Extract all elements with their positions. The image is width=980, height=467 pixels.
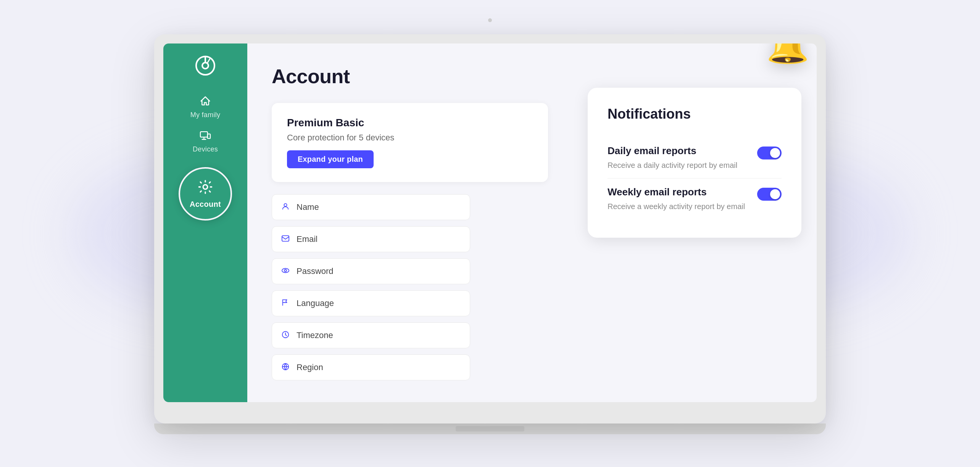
camera-dot <box>488 18 492 22</box>
clock-icon <box>281 330 290 340</box>
email-icon <box>281 234 290 244</box>
plan-card: Premium Basic Core protection for 5 devi… <box>272 103 548 182</box>
svg-rect-5 <box>208 134 210 138</box>
sidebar-item-devices[interactable]: Devices <box>163 125 247 159</box>
expand-plan-button[interactable]: Expand your plan <box>287 150 374 168</box>
sidebar-item-label-my-family: My family <box>190 111 221 119</box>
app-logo <box>194 54 217 77</box>
svg-point-6 <box>203 185 208 189</box>
sidebar-item-account[interactable]: Account <box>179 167 232 221</box>
language-field[interactable]: Language <box>272 290 470 316</box>
right-panel: 🔔 1 Notifications Daily email reports Re… <box>572 43 817 402</box>
password-field[interactable]: Password <box>272 258 470 284</box>
laptop-screen: My family Devices <box>163 43 817 402</box>
svg-rect-4 <box>200 132 208 137</box>
notifications-card: Notifications Daily email reports Receiv… <box>588 88 801 238</box>
notification-name-daily: Daily email reports <box>608 145 748 157</box>
flag-icon <box>281 298 290 308</box>
page-title: Account <box>272 65 548 88</box>
notification-item-weekly: Weekly email reports Receive a weekly ac… <box>608 178 782 219</box>
notifications-title: Notifications <box>608 106 782 122</box>
name-field-label: Name <box>297 202 319 212</box>
svg-point-10 <box>284 269 287 272</box>
user-icon <box>281 202 290 212</box>
email-field[interactable]: Email <box>272 226 470 252</box>
sidebar-item-account-wrapper: Account <box>163 167 247 221</box>
plan-description: Core protection for 5 devices <box>287 133 533 143</box>
svg-point-9 <box>282 269 289 273</box>
notification-item-daily: Daily email reports Receive a daily acti… <box>608 137 782 178</box>
globe-icon <box>281 362 290 372</box>
gear-icon <box>198 179 213 197</box>
password-field-label: Password <box>297 266 334 276</box>
name-field[interactable]: Name <box>272 194 470 220</box>
sidebar-item-my-family[interactable]: My family <box>163 89 247 125</box>
toggle-daily-email[interactable] <box>757 147 782 159</box>
bell-notification-wrapper: 🔔 1 <box>766 43 809 63</box>
account-label: Account <box>190 200 221 209</box>
devices-icon <box>200 131 211 143</box>
notification-desc-daily: Receive a daily activity report by email <box>608 160 748 171</box>
home-icon <box>200 95 211 109</box>
plan-name: Premium Basic <box>287 117 533 129</box>
laptop-bottom <box>154 424 826 434</box>
notification-name-weekly: Weekly email reports <box>608 186 748 198</box>
region-field-label: Region <box>297 362 323 372</box>
trackpad <box>456 426 524 432</box>
eye-icon <box>281 266 290 276</box>
laptop-body: My family Devices <box>154 34 826 424</box>
language-field-label: Language <box>297 298 334 308</box>
sidebar: My family Devices <box>163 43 247 402</box>
notification-text-weekly: Weekly email reports Receive a weekly ac… <box>608 186 748 212</box>
notification-desc-weekly: Receive a weekly activity report by emai… <box>608 201 748 212</box>
scene: My family Devices <box>70 24 910 443</box>
bell-icon: 🔔 <box>766 43 809 63</box>
svg-point-7 <box>284 204 287 206</box>
svg-point-1 <box>202 63 208 69</box>
account-form: Name Email <box>272 194 470 380</box>
toggle-weekly-email[interactable] <box>757 188 782 201</box>
timezone-field-label: Timezone <box>297 330 333 340</box>
email-field-label: Email <box>297 234 318 244</box>
notification-text-daily: Daily email reports Receive a daily acti… <box>608 145 748 171</box>
sidebar-item-label-devices: Devices <box>193 145 218 153</box>
timezone-field[interactable]: Timezone <box>272 322 470 348</box>
region-field[interactable]: Region <box>272 354 470 380</box>
svg-rect-8 <box>282 236 289 242</box>
svg-line-3 <box>208 59 210 63</box>
main-content: Account Premium Basic Core protection fo… <box>247 43 572 402</box>
